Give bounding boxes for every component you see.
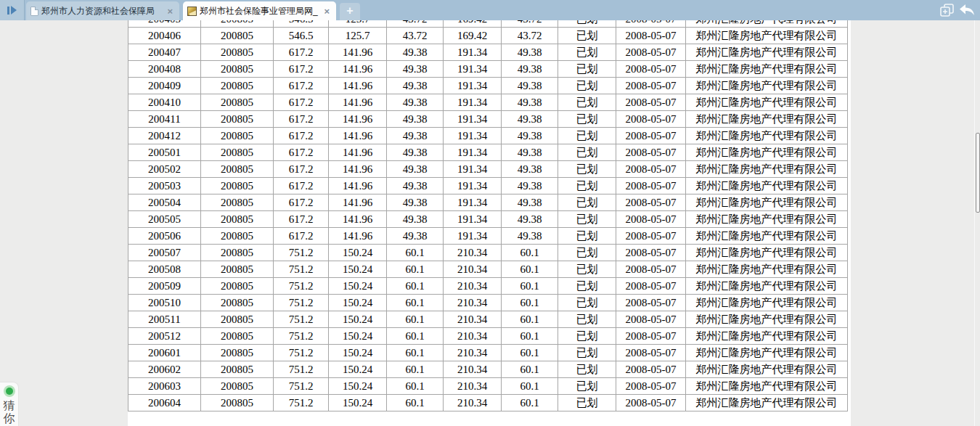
table-cell: 200504: [128, 194, 201, 211]
table-cell: 751.2: [274, 378, 329, 395]
table-cell: 43.72: [387, 28, 444, 44]
table-cell: 2008-05-07: [616, 261, 686, 278]
table-cell: 141.96: [329, 94, 387, 111]
table-cell: 已划: [558, 44, 616, 61]
table-cell: 已划: [558, 261, 616, 278]
scrollbar-thumb[interactable]: [976, 133, 980, 213]
table-cell: 2008-05-07: [616, 20, 686, 28]
table-cell: 210.34: [444, 395, 502, 411]
table-cell: 已划: [558, 20, 616, 28]
table-cell: 2008-05-07: [616, 361, 686, 378]
table-cell: 200408: [128, 61, 201, 78]
table-cell: 191.34: [444, 194, 502, 211]
table-cell: 2008-05-07: [616, 94, 686, 111]
table-cell: 2008-05-07: [616, 245, 686, 261]
table-row: 200406200805546.5125.743.72169.4243.72已划…: [128, 28, 848, 44]
scrollbar-track[interactable]: [974, 20, 980, 426]
table-row: 200410200805617.2141.9649.38191.3449.38已…: [128, 94, 848, 111]
close-icon[interactable]: ×: [165, 6, 175, 17]
blank-page-icon: [30, 7, 38, 16]
table-cell: 已划: [558, 245, 616, 261]
table-cell: 751.2: [274, 261, 329, 278]
table-cell: 200805: [201, 44, 274, 61]
table-cell: 郑州汇隆房地产代理有限公司: [686, 328, 848, 345]
table-cell: 60.1: [387, 378, 444, 395]
table-cell: 141.96: [329, 61, 387, 78]
table-cell: 210.34: [444, 278, 502, 295]
table-cell: 郑州汇隆房地产代理有限公司: [686, 228, 848, 245]
undo-back-arrow-icon[interactable]: [957, 1, 977, 19]
sidebar-toggle-icon: [7, 7, 9, 15]
table-row: 200604200805751.2150.2460.1210.3460.1已划2…: [128, 395, 848, 411]
table-cell: 617.2: [274, 178, 329, 194]
table-cell: 已划: [558, 345, 616, 361]
table-cell: 191.34: [444, 94, 502, 111]
table-cell: 617.2: [274, 144, 329, 161]
table-cell: 191.34: [444, 228, 502, 245]
table-cell: 已划: [558, 395, 616, 411]
sidebar-toggle-button[interactable]: [0, 0, 25, 20]
expand-arrow-icon: [11, 6, 17, 15]
table-cell: 200604: [128, 395, 201, 411]
table-cell: 49.38: [387, 94, 444, 111]
table-cell: 150.24: [329, 378, 387, 395]
page-content: 200405200805546.5125.743.72169.4243.72已划…: [0, 20, 980, 426]
table-cell: 郑州汇隆房地产代理有限公司: [686, 44, 848, 61]
close-icon[interactable]: ×: [322, 6, 332, 17]
table-cell: 200805: [201, 261, 274, 278]
table-cell: 2008-05-07: [616, 161, 686, 178]
payment-records-table: 200405200805546.5125.743.72169.4243.72已划…: [128, 20, 848, 411]
table-cell: 2008-05-07: [616, 128, 686, 144]
table-cell: 49.38: [387, 194, 444, 211]
table-cell: 150.24: [329, 345, 387, 361]
table-cell: 49.38: [502, 61, 558, 78]
table-cell: 2008-05-07: [616, 228, 686, 245]
new-window-icon[interactable]: [936, 1, 957, 19]
browser-tab-bar: 郑州市人力资源和社会保障局 × 郑州市社会保险事业管理局网_ × +: [0, 0, 980, 20]
table-cell: 191.34: [444, 44, 502, 61]
table-cell: 210.34: [444, 361, 502, 378]
table-cell: 617.2: [274, 94, 329, 111]
table-cell: 49.38: [502, 178, 558, 194]
table-cell: 191.34: [444, 178, 502, 194]
table-cell: 141.96: [329, 211, 387, 228]
table-cell: 200805: [201, 178, 274, 194]
table-cell: 已划: [558, 378, 616, 395]
table-cell: 49.38: [387, 78, 444, 94]
table-cell: 169.42: [444, 28, 502, 44]
table-cell: 150.24: [329, 361, 387, 378]
table-cell: 60.1: [387, 278, 444, 295]
guess-you-like-widget[interactable]: 猜你喜: [0, 382, 19, 426]
new-tab-button[interactable]: +: [340, 3, 360, 20]
table-cell: 郑州汇隆房地产代理有限公司: [686, 161, 848, 178]
table-row: 200503200805617.2141.9649.38191.3449.38已…: [128, 178, 848, 194]
table-cell: 617.2: [274, 194, 329, 211]
table-cell: 200511: [128, 311, 201, 328]
table-cell: 200603: [128, 378, 201, 395]
table-cell: 2008-05-07: [616, 194, 686, 211]
table-cell: 200507: [128, 245, 201, 261]
table-cell: 已划: [558, 311, 616, 328]
table-row: 200501200805617.2141.9649.38191.3449.38已…: [128, 144, 848, 161]
table-cell: 43.72: [502, 20, 558, 28]
table-cell: 200508: [128, 261, 201, 278]
table-cell: 141.96: [329, 111, 387, 128]
table-cell: 60.1: [387, 245, 444, 261]
table-cell: 191.34: [444, 111, 502, 128]
table-cell: 200411: [128, 111, 201, 128]
table-cell: 150.24: [329, 295, 387, 311]
table-cell: 60.1: [502, 361, 558, 378]
table-row: 200507200805751.2150.2460.1210.3460.1已划2…: [128, 245, 848, 261]
table-cell: 200805: [201, 144, 274, 161]
table-cell: 2008-05-07: [616, 44, 686, 61]
tab-social-insurance-bureau[interactable]: 郑州市社会保险事业管理局网_ ×: [183, 1, 336, 20]
table-cell: 已划: [558, 211, 616, 228]
table-cell: 141.96: [329, 161, 387, 178]
picture-favicon-icon: [187, 7, 197, 16]
table-cell: 2008-05-07: [616, 144, 686, 161]
table-cell: 191.34: [444, 161, 502, 178]
table-row: 200408200805617.2141.9649.38191.3449.38已…: [128, 61, 848, 78]
table-cell: 141.96: [329, 78, 387, 94]
tab-zhengzhou-hr-bureau[interactable]: 郑州市人力资源和社会保障局 ×: [26, 1, 179, 20]
tab-title: 郑州市社会保险事业管理局网_: [200, 5, 319, 17]
